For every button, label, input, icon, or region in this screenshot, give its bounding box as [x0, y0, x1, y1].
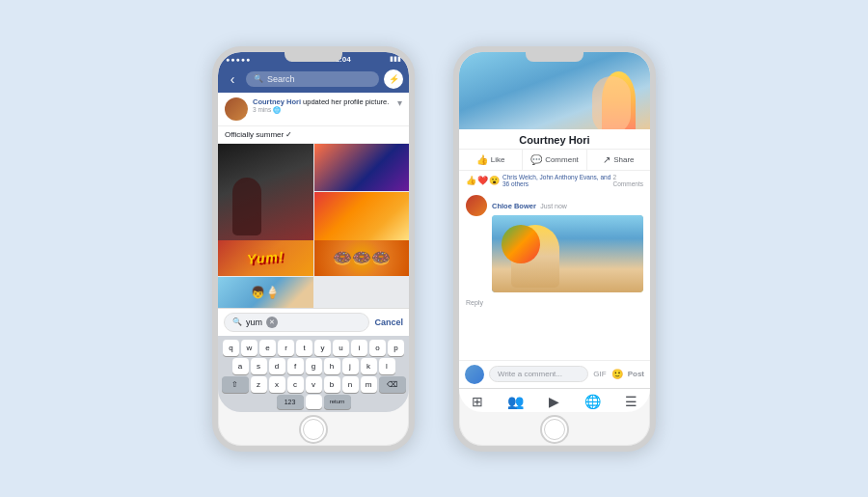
nav-menu-icon[interactable]: ☰	[625, 394, 637, 409]
key-l[interactable]: l	[379, 358, 395, 374]
key-u[interactable]: u	[333, 340, 349, 356]
post-avatar	[225, 97, 248, 121]
photo-collage	[218, 144, 409, 240]
messenger-button[interactable]: ⚡	[384, 69, 403, 89]
battery-icon: ▮▮▮	[390, 55, 401, 63]
home-button-inner-2	[544, 419, 565, 440]
photo-bottom-right[interactable]	[314, 192, 410, 240]
key-t[interactable]: t	[296, 340, 312, 356]
like-icon: 👍	[476, 154, 488, 165]
nav-video-icon[interactable]: ▶	[549, 394, 559, 409]
reactions-bar: 👍 ❤️ 😮 Chris Welch, John Anthony Evans, …	[459, 171, 650, 190]
key-q[interactable]: q	[223, 340, 239, 356]
nav-globe-icon[interactable]: 🌐	[584, 394, 601, 409]
yum-text: Yum!	[246, 248, 285, 266]
key-s[interactable]: s	[251, 358, 267, 374]
cancel-button[interactable]: Cancel	[374, 318, 403, 327]
key-123[interactable]: 123	[277, 395, 304, 409]
key-p[interactable]: p	[388, 340, 404, 356]
comment-author: Chloe Bower	[492, 202, 536, 210]
key-h[interactable]: h	[324, 358, 340, 374]
comment-input-bar: Write a comment... GIF 🙂 Post	[459, 360, 650, 388]
phone-2: Courtney Hori 👍 Like 💬 Comment ↗ Share 👍	[453, 46, 656, 452]
comment-button[interactable]: 💬 Comment	[523, 150, 586, 170]
reaction-icons: 👍 ❤️ 😮	[466, 176, 500, 185]
gif-search-input[interactable]: 🔍 yum ✕	[224, 313, 369, 332]
news-feed: Courtney Hori updated her profile pictur…	[218, 93, 409, 412]
back-button[interactable]: ‹	[224, 71, 241, 87]
key-space[interactable]	[306, 395, 322, 409]
key-b[interactable]: b	[324, 376, 340, 393]
key-a[interactable]: a	[232, 358, 249, 374]
phone-1: ●●●●● ▲ 2:04 ▮▮▮ ‹ 🔍 Search ⚡	[212, 46, 415, 452]
key-j[interactable]: j	[342, 358, 359, 374]
key-shift[interactable]: ⇧	[222, 376, 249, 393]
like-button[interactable]: 👍 Like	[459, 150, 523, 170]
reaction-names: Chris Welch, John Anthony Evans, and 36 …	[502, 174, 613, 187]
key-x[interactable]: x	[269, 376, 285, 393]
key-w[interactable]: w	[241, 340, 258, 356]
key-e[interactable]: e	[259, 340, 276, 356]
wow-reaction: 😮	[489, 176, 500, 185]
clear-search-button[interactable]: ✕	[266, 317, 278, 328]
share-button[interactable]: ↗ Share	[587, 150, 650, 170]
key-o[interactable]: o	[369, 340, 386, 356]
keyboard[interactable]: q w e r t y u i o p a s d f g h	[218, 336, 409, 412]
key-g[interactable]: g	[306, 358, 322, 374]
comments-count: 2 Comments	[613, 174, 643, 187]
key-k[interactable]: k	[361, 358, 377, 374]
key-c[interactable]: c	[287, 376, 304, 393]
search-bar[interactable]: 🔍 Search	[246, 71, 379, 87]
comment-time: Just now	[540, 203, 567, 209]
post-caption: Officially summer ✓	[218, 126, 409, 144]
key-y[interactable]: y	[314, 340, 331, 356]
key-r[interactable]: r	[278, 340, 294, 356]
key-m[interactable]: m	[361, 376, 377, 393]
key-backspace[interactable]: ⌫	[379, 376, 406, 393]
comment-input[interactable]: Write a comment...	[489, 366, 588, 382]
comment-icon: 💬	[530, 154, 542, 165]
home-button-2[interactable]	[540, 415, 569, 444]
nav-friends-icon[interactable]: 👥	[507, 394, 524, 409]
photo-top-right[interactable]	[314, 144, 410, 192]
post-meta: Courtney Hori updated her profile pictur…	[253, 97, 393, 114]
key-v[interactable]: v	[306, 376, 322, 393]
bottom-nav: ⊞ 👥 ▶ 🌐 ☰	[459, 388, 650, 412]
nav-feed-icon[interactable]: ⊞	[472, 394, 483, 409]
home-button-1[interactable]	[299, 415, 328, 444]
keyboard-row-3: ⇧ z x c v b n m ⌫	[220, 376, 407, 393]
gif-donuts[interactable]: 🍩🍩🍩	[314, 240, 410, 276]
search-icon: 🔍	[254, 74, 263, 83]
key-f[interactable]: f	[287, 358, 304, 374]
status-time: 2:04	[336, 55, 351, 64]
reply-button[interactable]: Reply	[459, 297, 650, 308]
messenger-icon: ⚡	[389, 74, 399, 84]
author-name: Courtney Hori	[253, 97, 301, 106]
key-n[interactable]: n	[342, 376, 359, 393]
user-avatar	[465, 365, 484, 384]
key-return[interactable]: return	[324, 395, 351, 409]
post-comment-button[interactable]: Post	[628, 370, 644, 378]
comment-photo-inner	[492, 215, 643, 292]
nav-bar-1: ‹ 🔍 Search ⚡	[218, 66, 409, 93]
post-menu-icon[interactable]: ▾	[397, 97, 402, 108]
emoji-button[interactable]: 🙂	[611, 369, 623, 379]
love-reaction: ❤️	[477, 176, 488, 185]
gif-yum[interactable]: Yum!	[218, 240, 313, 276]
lock-icon: 🌐	[273, 106, 281, 114]
wifi-icon: ▲	[289, 56, 296, 63]
key-d[interactable]: d	[269, 358, 285, 374]
key-z[interactable]: z	[251, 376, 267, 393]
gif-button[interactable]: GIF	[593, 370, 606, 378]
kid-emoji: 👦🍦	[251, 286, 280, 299]
key-i[interactable]: i	[351, 340, 367, 356]
status-bar-1: ●●●●● ▲ 2:04 ▮▮▮	[218, 52, 409, 66]
signal-dots: ●●●●●	[226, 56, 251, 63]
profile-name-bar: Courtney Hori	[459, 129, 650, 149]
post-time: 3 mins 🌐	[253, 106, 393, 114]
search-small-icon: 🔍	[232, 318, 242, 326]
photo-main[interactable]	[218, 144, 313, 240]
status-icons: ▮▮▮	[390, 55, 401, 63]
gif-kid[interactable]: 👦🍦	[218, 277, 313, 308]
like-reaction: 👍	[466, 176, 476, 185]
